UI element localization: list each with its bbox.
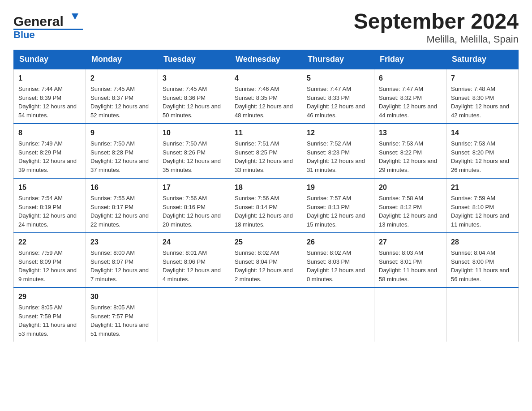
day-number: 24 (163, 237, 225, 248)
weekday-header-friday: Friday (374, 50, 446, 69)
weekday-header-monday: Monday (86, 50, 158, 69)
day-number: 11 (235, 128, 297, 138)
day-info: Sunrise: 7:59 AMSunset: 8:10 PMDaylight:… (451, 195, 509, 228)
calendar-cell (230, 287, 302, 342)
day-number: 12 (307, 128, 369, 138)
day-number: 22 (18, 237, 81, 248)
calendar-week-4: 22 Sunrise: 7:59 AMSunset: 8:09 PMDaylig… (14, 233, 519, 287)
page-header: General Blue September 2024 Melilla, Mel… (13, 9, 519, 45)
calendar-cell: 8 Sunrise: 7:49 AMSunset: 8:29 PMDayligh… (14, 124, 86, 178)
calendar-cell: 28 Sunrise: 8:04 AMSunset: 8:00 PMDaylig… (446, 233, 519, 287)
weekday-header-wednesday: Wednesday (230, 50, 302, 69)
day-info: Sunrise: 8:02 AMSunset: 8:03 PMDaylight:… (307, 249, 365, 283)
weekday-header-thursday: Thursday (302, 50, 374, 69)
day-info: Sunrise: 7:57 AMSunset: 8:13 PMDaylight:… (307, 195, 365, 228)
calendar-cell: 17 Sunrise: 7:56 AMSunset: 8:16 PMDaylig… (158, 178, 230, 233)
subtitle: Melilla, Melilla, Spain (354, 34, 519, 45)
calendar-table: SundayMondayTuesdayWednesdayThursdayFrid… (13, 50, 519, 342)
weekday-header-tuesday: Tuesday (158, 50, 230, 69)
day-info: Sunrise: 8:05 AMSunset: 7:59 PMDaylight:… (18, 304, 77, 337)
day-number: 3 (163, 73, 225, 84)
day-number: 6 (379, 73, 442, 84)
day-info: Sunrise: 7:55 AMSunset: 8:17 PMDaylight:… (90, 195, 149, 228)
svg-marker-1 (72, 13, 78, 20)
calendar-cell: 6 Sunrise: 7:47 AMSunset: 8:32 PMDayligh… (374, 69, 446, 124)
calendar-cell: 23 Sunrise: 8:00 AMSunset: 8:07 PMDaylig… (86, 233, 158, 287)
logo: General Blue (13, 9, 85, 40)
day-info: Sunrise: 7:53 AMSunset: 8:22 PMDaylight:… (379, 140, 437, 173)
main-title: September 2024 (354, 9, 519, 34)
day-number: 23 (90, 237, 153, 248)
calendar-cell: 29 Sunrise: 8:05 AMSunset: 7:59 PMDaylig… (14, 287, 86, 342)
calendar-cell: 3 Sunrise: 7:45 AMSunset: 8:36 PMDayligh… (158, 69, 230, 124)
calendar-cell: 15 Sunrise: 7:54 AMSunset: 8:19 PMDaylig… (14, 178, 86, 233)
day-number: 4 (235, 73, 297, 84)
day-number: 8 (18, 128, 81, 138)
day-info: Sunrise: 7:48 AMSunset: 8:30 PMDaylight:… (451, 86, 509, 119)
day-info: Sunrise: 7:44 AMSunset: 8:39 PMDaylight:… (18, 86, 77, 119)
calendar-cell: 26 Sunrise: 8:02 AMSunset: 8:03 PMDaylig… (302, 233, 374, 287)
day-info: Sunrise: 7:54 AMSunset: 8:19 PMDaylight:… (18, 195, 77, 228)
day-number: 17 (163, 182, 225, 193)
day-info: Sunrise: 8:03 AMSunset: 8:01 PMDaylight:… (379, 249, 437, 283)
calendar-cell: 2 Sunrise: 7:45 AMSunset: 8:37 PMDayligh… (86, 69, 158, 124)
calendar-cell (158, 287, 230, 342)
day-info: Sunrise: 7:47 AMSunset: 8:33 PMDaylight:… (307, 86, 365, 119)
day-number: 20 (379, 182, 442, 193)
calendar-cell: 12 Sunrise: 7:52 AMSunset: 8:23 PMDaylig… (302, 124, 374, 178)
calendar-cell: 30 Sunrise: 8:05 AMSunset: 7:57 PMDaylig… (86, 287, 158, 342)
weekday-header-row: SundayMondayTuesdayWednesdayThursdayFrid… (14, 50, 519, 69)
day-number: 10 (163, 128, 225, 138)
day-number: 1 (18, 73, 81, 84)
calendar-cell: 21 Sunrise: 7:59 AMSunset: 8:10 PMDaylig… (446, 178, 519, 233)
day-info: Sunrise: 7:53 AMSunset: 8:20 PMDaylight:… (451, 140, 509, 173)
day-number: 7 (451, 73, 514, 84)
day-info: Sunrise: 8:01 AMSunset: 8:06 PMDaylight:… (163, 249, 221, 283)
calendar-cell: 27 Sunrise: 8:03 AMSunset: 8:01 PMDaylig… (374, 233, 446, 287)
calendar-cell (446, 287, 519, 342)
calendar-week-5: 29 Sunrise: 8:05 AMSunset: 7:59 PMDaylig… (14, 287, 519, 342)
day-info: Sunrise: 8:00 AMSunset: 8:07 PMDaylight:… (90, 249, 149, 283)
day-info: Sunrise: 7:47 AMSunset: 8:32 PMDaylight:… (379, 86, 437, 119)
calendar-cell: 4 Sunrise: 7:46 AMSunset: 8:35 PMDayligh… (230, 69, 302, 124)
title-block: September 2024 Melilla, Melilla, Spain (354, 9, 519, 45)
day-info: Sunrise: 7:50 AMSunset: 8:28 PMDaylight:… (90, 140, 149, 173)
day-number: 2 (90, 73, 153, 84)
day-number: 5 (307, 73, 369, 84)
day-info: Sunrise: 8:05 AMSunset: 7:57 PMDaylight:… (90, 304, 149, 337)
calendar-week-2: 8 Sunrise: 7:49 AMSunset: 8:29 PMDayligh… (14, 124, 519, 178)
calendar-cell: 25 Sunrise: 8:02 AMSunset: 8:04 PMDaylig… (230, 233, 302, 287)
day-info: Sunrise: 7:58 AMSunset: 8:12 PMDaylight:… (379, 195, 437, 228)
day-number: 18 (235, 182, 297, 193)
day-info: Sunrise: 7:50 AMSunset: 8:26 PMDaylight:… (163, 140, 221, 173)
calendar-cell: 13 Sunrise: 7:53 AMSunset: 8:22 PMDaylig… (374, 124, 446, 178)
day-number: 30 (90, 291, 153, 302)
day-info: Sunrise: 8:04 AMSunset: 8:00 PMDaylight:… (451, 249, 509, 283)
day-info: Sunrise: 7:52 AMSunset: 8:23 PMDaylight:… (307, 140, 365, 173)
calendar-week-3: 15 Sunrise: 7:54 AMSunset: 8:19 PMDaylig… (14, 178, 519, 233)
calendar-cell: 9 Sunrise: 7:50 AMSunset: 8:28 PMDayligh… (86, 124, 158, 178)
day-info: Sunrise: 7:56 AMSunset: 8:14 PMDaylight:… (235, 195, 293, 228)
calendar-cell: 5 Sunrise: 7:47 AMSunset: 8:33 PMDayligh… (302, 69, 374, 124)
day-number: 27 (379, 237, 442, 248)
day-info: Sunrise: 7:56 AMSunset: 8:16 PMDaylight:… (163, 195, 221, 228)
day-info: Sunrise: 7:45 AMSunset: 8:36 PMDaylight:… (163, 86, 221, 119)
svg-text:General: General (13, 14, 64, 29)
calendar-cell: 11 Sunrise: 7:51 AMSunset: 8:25 PMDaylig… (230, 124, 302, 178)
day-info: Sunrise: 7:45 AMSunset: 8:37 PMDaylight:… (90, 86, 149, 119)
calendar-cell: 24 Sunrise: 8:01 AMSunset: 8:06 PMDaylig… (158, 233, 230, 287)
day-info: Sunrise: 7:49 AMSunset: 8:29 PMDaylight:… (18, 140, 77, 173)
day-number: 9 (90, 128, 153, 138)
day-number: 26 (307, 237, 369, 248)
day-info: Sunrise: 7:46 AMSunset: 8:35 PMDaylight:… (235, 86, 293, 119)
day-number: 15 (18, 182, 81, 193)
day-info: Sunrise: 8:02 AMSunset: 8:04 PMDaylight:… (235, 249, 293, 283)
weekday-header-saturday: Saturday (446, 50, 519, 69)
calendar-cell (302, 287, 374, 342)
calendar-cell: 22 Sunrise: 7:59 AMSunset: 8:09 PMDaylig… (14, 233, 86, 287)
day-number: 28 (451, 237, 514, 248)
calendar-cell: 10 Sunrise: 7:50 AMSunset: 8:26 PMDaylig… (158, 124, 230, 178)
weekday-header-sunday: Sunday (14, 50, 86, 69)
day-number: 13 (379, 128, 442, 138)
day-number: 19 (307, 182, 369, 193)
